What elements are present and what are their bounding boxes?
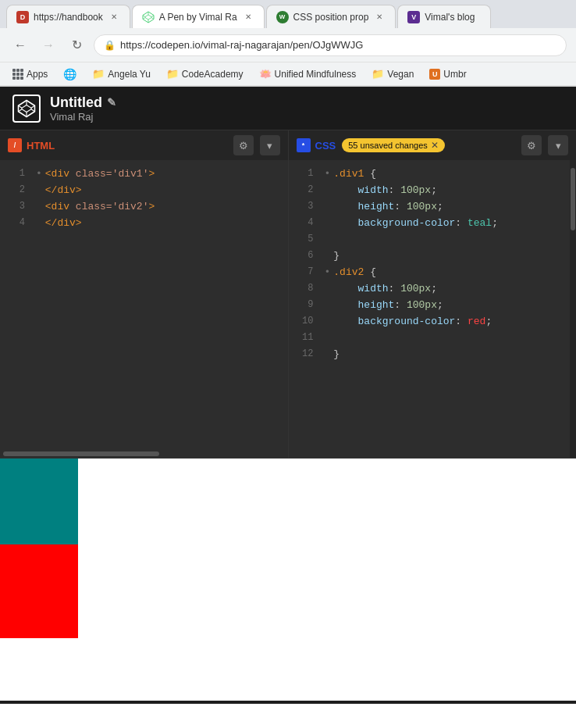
back-button[interactable]: ← bbox=[9, 34, 31, 56]
codepen-app: Untitled ✎ Vimal Raj / HTML ⚙ ▾ bbox=[0, 87, 576, 704]
browser-chrome: D https://handbook ✕ A Pen by Vimal Ra bbox=[0, 0, 576, 87]
css-line-1: 1 • .div1 { bbox=[289, 166, 571, 183]
tab-favicon-dev: D bbox=[16, 11, 29, 23]
css-lang-label: CSS bbox=[315, 140, 336, 152]
bookmark-vegan[interactable]: 📁 Vegan bbox=[365, 66, 420, 81]
css-chevron-button[interactable]: ▾ bbox=[548, 135, 568, 155]
html-icon: / bbox=[8, 138, 22, 152]
tab-handbook[interactable]: D https://handbook ✕ bbox=[6, 5, 130, 28]
folder-icon-vegan: 📁 bbox=[372, 68, 384, 80]
tab-favicon-w3: W bbox=[276, 11, 289, 23]
tab-title-css: CSS position prop bbox=[293, 12, 369, 23]
svg-marker-9 bbox=[22, 105, 31, 112]
css-vertical-scrollbar[interactable] bbox=[570, 160, 576, 458]
html-scrollbar-thumb bbox=[3, 451, 159, 456]
html-panel: / HTML ⚙ ▾ 1 • <div class='div1'> bbox=[0, 130, 289, 458]
bookmark-apps[interactable]: Apps bbox=[6, 67, 54, 81]
css-line-9: 9 height: 100px; bbox=[289, 298, 571, 314]
tab-bar: D https://handbook ✕ A Pen by Vimal Ra bbox=[0, 0, 576, 28]
html-line-3: 3 <div class='div2'> bbox=[0, 199, 288, 216]
html-panel-header: / HTML ⚙ ▾ bbox=[0, 130, 288, 160]
gear-icon-css: ⚙ bbox=[527, 140, 536, 152]
svg-marker-1 bbox=[145, 15, 151, 20]
lotus-icon: 🪷 bbox=[259, 68, 272, 80]
css-line-8: 8 width: 100px; bbox=[289, 281, 571, 298]
bookmarks-bar: Apps 🌐 📁 Angela Yu 📁 CodeAcademy 🪷 Unifi… bbox=[0, 62, 576, 86]
bookmark-codeacademy[interactable]: 📁 CodeAcademy bbox=[160, 66, 250, 81]
bookmark-unified-mindfulness[interactable]: 🪷 Unified Mindfulness bbox=[253, 66, 363, 81]
css-lang-badge: * CSS bbox=[297, 138, 336, 152]
html-line-2: 2 </div> bbox=[0, 183, 288, 199]
css-line-11: 11 bbox=[289, 330, 571, 347]
codepen-logo[interactable] bbox=[12, 95, 41, 123]
html-scrollbar[interactable] bbox=[0, 450, 288, 458]
preview-area bbox=[0, 459, 576, 701]
editor-panels: / HTML ⚙ ▾ 1 • <div class='div1'> bbox=[0, 130, 576, 459]
tab-title-codepen: A Pen by Vimal Ra bbox=[159, 12, 237, 23]
orange-square-icon: U bbox=[429, 69, 440, 80]
html-lang-label: HTML bbox=[27, 140, 55, 152]
html-line-1: 1 • <div class='div1'> bbox=[0, 166, 288, 183]
css-panel: * CSS 55 unsaved changes ✕ ⚙ ▾ bbox=[289, 130, 577, 458]
bookmark-mindfulness-label: Unified Mindfulness bbox=[275, 69, 357, 80]
preview-div2 bbox=[0, 544, 78, 638]
url-text: https://codepen.io/vimal-raj-nagarajan/p… bbox=[120, 39, 363, 51]
lock-icon: 🔒 bbox=[104, 40, 116, 51]
css-line-10: 10 background-color: red; bbox=[289, 314, 571, 330]
unsaved-label: 55 unsaved changes bbox=[348, 141, 428, 150]
bookmark-angela-label: Angela Yu bbox=[108, 69, 151, 80]
tab-close-handbook[interactable]: ✕ bbox=[108, 11, 120, 23]
bookmark-umbr[interactable]: U Umbr bbox=[423, 67, 472, 81]
tab-close-codepen[interactable]: ✕ bbox=[242, 11, 254, 23]
bookmark-apps-label: Apps bbox=[27, 69, 48, 80]
css-line-5: 5 bbox=[289, 232, 571, 248]
gear-icon-html: ⚙ bbox=[239, 140, 248, 152]
pen-title-text[interactable]: Untitled bbox=[50, 95, 102, 111]
folder-icon-angela: 📁 bbox=[92, 68, 105, 80]
tab-favicon-codepen bbox=[142, 11, 155, 23]
tab-close-css[interactable]: ✕ bbox=[373, 11, 386, 23]
css-code-editor[interactable]: 1 • .div1 { 2 width: 100px; 3 bbox=[289, 160, 571, 458]
tab-title-blog: Vimal's blog bbox=[425, 12, 481, 23]
tab-codepen[interactable]: A Pen by Vimal Ra ✕ bbox=[132, 5, 265, 28]
tab-title-handbook: https://handbook bbox=[34, 12, 103, 23]
css-line-7: 7 • .div2 { bbox=[289, 265, 571, 281]
bookmark-codeacademy-label: CodeAcademy bbox=[182, 69, 244, 80]
unsaved-close-button[interactable]: ✕ bbox=[431, 140, 439, 151]
apps-grid-icon bbox=[12, 69, 23, 80]
tab-favicon-v: V bbox=[407, 11, 420, 23]
globe-icon: 🌐 bbox=[63, 68, 76, 80]
html-code-editor[interactable]: 1 • <div class='div1'> 2 </div> 3 bbox=[0, 160, 288, 450]
preview-div1 bbox=[0, 459, 78, 544]
address-bar: ← → ↻ 🔒 https://codepen.io/vimal-raj-nag… bbox=[0, 28, 576, 62]
css-line-12: 12 } bbox=[289, 347, 571, 363]
forward-button[interactable]: → bbox=[37, 34, 59, 56]
chevron-down-icon-html: ▾ bbox=[267, 140, 272, 152]
unsaved-changes-badge: 55 unsaved changes ✕ bbox=[342, 138, 445, 152]
css-panel-header: * CSS 55 unsaved changes ✕ ⚙ ▾ bbox=[289, 130, 577, 160]
reload-button[interactable]: ↻ bbox=[66, 34, 87, 56]
pen-edit-icon[interactable]: ✎ bbox=[107, 96, 116, 109]
html-line-4: 4 </div> bbox=[0, 216, 288, 232]
css-line-4: 4 background-color: teal; bbox=[289, 216, 571, 232]
css-scrollbar-thumb bbox=[571, 168, 575, 230]
css-icon: * bbox=[297, 138, 311, 152]
bookmark-vegan-label: Vegan bbox=[387, 69, 414, 80]
css-line-2: 2 width: 100px; bbox=[289, 183, 571, 199]
tab-css-position[interactable]: W CSS position prop ✕ bbox=[266, 5, 396, 28]
css-settings-button[interactable]: ⚙ bbox=[521, 135, 542, 155]
css-line-3: 3 height: 100px; bbox=[289, 199, 571, 216]
bookmark-angela-yu[interactable]: 📁 Angela Yu bbox=[86, 66, 157, 81]
tab-vimal-blog[interactable]: V Vimal's blog bbox=[397, 5, 491, 28]
chevron-down-icon-css: ▾ bbox=[556, 140, 561, 152]
html-settings-button[interactable]: ⚙ bbox=[233, 135, 254, 155]
codepen-header: Untitled ✎ Vimal Raj bbox=[0, 87, 576, 130]
pen-author: Vimal Raj bbox=[50, 111, 116, 123]
pen-title-area: Untitled ✎ Vimal Raj bbox=[50, 95, 116, 123]
url-bar[interactable]: 🔒 https://codepen.io/vimal-raj-nagarajan… bbox=[94, 34, 567, 56]
html-chevron-button[interactable]: ▾ bbox=[260, 135, 280, 155]
bookmark-globe[interactable]: 🌐 bbox=[57, 66, 83, 82]
bookmark-umbr-label: Umbr bbox=[443, 69, 466, 80]
html-lang-badge: / HTML bbox=[8, 138, 55, 152]
css-line-6: 6 } bbox=[289, 248, 571, 265]
